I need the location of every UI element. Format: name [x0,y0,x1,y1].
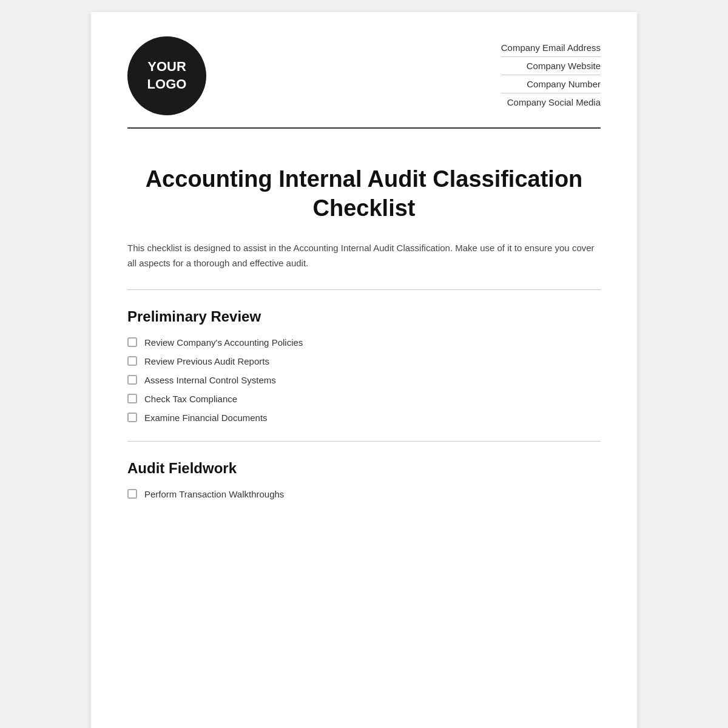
section-title-0: Preliminary Review [127,308,601,325]
document-description: This checklist is designed to assist in … [127,241,601,271]
company-info-item-1: Company Website [501,61,601,75]
list-item: Examine Financial Documents [127,413,601,423]
list-item: Check Tax Compliance [127,394,601,404]
document-title: Accounting Internal Audit Classification… [127,165,601,223]
logo-line2: LOGO [147,76,187,93]
checklist-item-label: Perform Transaction Walkthroughs [144,489,284,499]
company-logo: YOUR LOGO [127,36,206,115]
checklist-1: Perform Transaction Walkthroughs [127,489,601,499]
checkbox-icon[interactable] [127,489,137,499]
section-divider-1 [127,289,601,290]
checklist-item-label: Examine Financial Documents [144,413,268,423]
checkbox-icon[interactable] [127,337,137,347]
header: YOUR LOGO Company Email AddressCompany W… [127,36,601,129]
company-info-item-2: Company Number [501,79,601,93]
company-info: Company Email AddressCompany WebsiteComp… [501,36,601,111]
checklist-item-label: Review Previous Audit Reports [144,356,269,366]
sections-container: Preliminary ReviewReview Company's Accou… [127,308,601,499]
section-divider-2 [127,441,601,442]
list-item: Perform Transaction Walkthroughs [127,489,601,499]
company-info-item-0: Company Email Address [501,42,601,57]
list-item: Assess Internal Control Systems [127,375,601,385]
checkbox-icon[interactable] [127,356,137,366]
logo-line1: YOUR [147,58,186,76]
document-page: YOUR LOGO Company Email AddressCompany W… [91,12,637,728]
company-info-item-3: Company Social Media [501,97,601,111]
list-item: Review Previous Audit Reports [127,356,601,366]
section-title-1: Audit Fieldwork [127,460,601,477]
checkbox-icon[interactable] [127,394,137,403]
checklist-item-label: Assess Internal Control Systems [144,375,276,385]
checklist-item-label: Review Company's Accounting Policies [144,337,303,348]
list-item: Review Company's Accounting Policies [127,337,601,348]
checklist-item-label: Check Tax Compliance [144,394,237,404]
checklist-0: Review Company's Accounting PoliciesRevi… [127,337,601,423]
checkbox-icon[interactable] [127,375,137,385]
checkbox-icon[interactable] [127,413,137,422]
